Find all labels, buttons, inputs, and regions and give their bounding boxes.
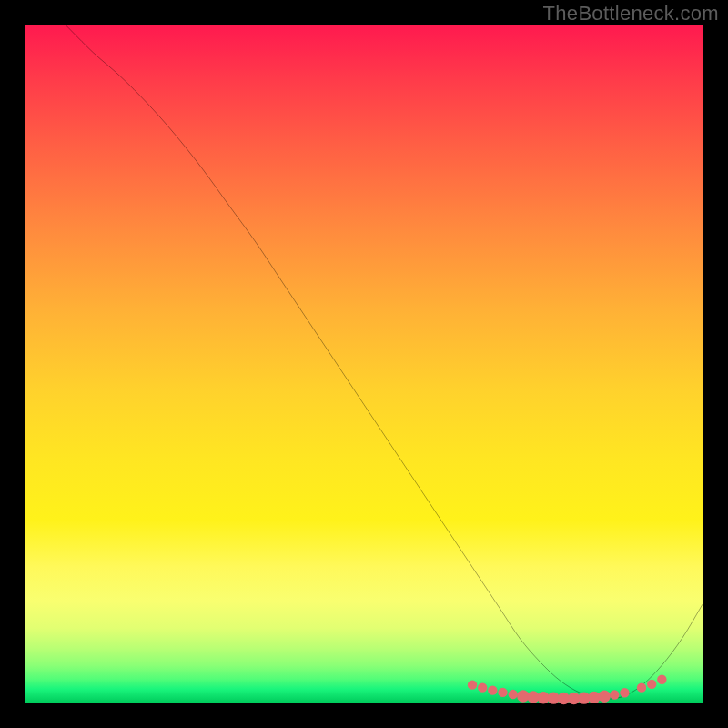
marker-band — [25, 25, 703, 703]
marker-dot — [598, 691, 610, 703]
marker-dot — [610, 690, 619, 699]
chart-frame: TheBottleneck.com — [0, 0, 728, 728]
marker-dot — [657, 674, 666, 683]
watermark-text: TheBottleneck.com — [543, 2, 719, 25]
marker-dot — [508, 690, 517, 699]
marker-dot — [620, 688, 629, 697]
marker-dot — [468, 680, 477, 689]
marker-dot — [498, 688, 507, 697]
marker-dot — [478, 682, 487, 692]
marker-dot — [637, 682, 646, 692]
marker-dot — [647, 680, 656, 689]
marker-dot — [488, 685, 497, 694]
